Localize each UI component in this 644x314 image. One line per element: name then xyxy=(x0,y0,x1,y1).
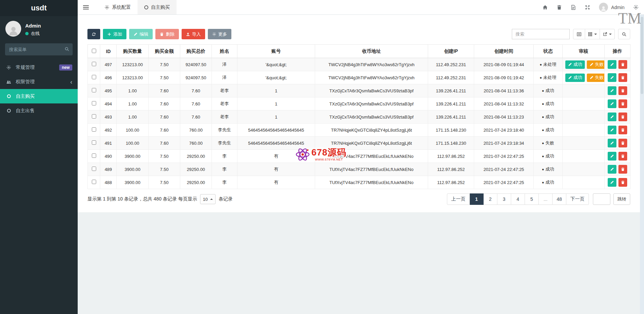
sidebar-item-general[interactable]: 常规管理 new xyxy=(0,60,78,75)
gear-icon xyxy=(105,5,109,10)
row-checkbox[interactable] xyxy=(92,153,96,158)
row-checkbox[interactable] xyxy=(92,114,96,119)
row-delete-button[interactable] xyxy=(618,126,627,134)
cell-address: TXzGjCxTA6r3QsmfaBwkCs3VUS9ztaB3pf xyxy=(315,84,428,97)
row-delete-button[interactable] xyxy=(618,178,627,187)
row-delete-button[interactable] xyxy=(618,86,627,95)
cell-select xyxy=(88,163,100,176)
row-edit-button[interactable] xyxy=(608,126,616,134)
cogs-icon[interactable] xyxy=(633,5,639,10)
scrollbar[interactable] xyxy=(640,15,644,314)
row-edit-button[interactable] xyxy=(608,99,616,108)
row-checkbox[interactable] xyxy=(92,75,96,79)
row-edit-button[interactable] xyxy=(608,113,616,121)
sidebar-item-self-sell[interactable]: 自主出售 xyxy=(0,103,78,118)
refresh-button[interactable] xyxy=(87,29,100,39)
page-size-dropdown[interactable]: 10 xyxy=(200,194,216,204)
row-delete-button[interactable] xyxy=(618,165,627,174)
cell-amount: 7.60 xyxy=(149,110,180,124)
trash-icon xyxy=(621,180,625,184)
cell-id: 488 xyxy=(100,176,117,189)
detail-view-button[interactable] xyxy=(573,29,585,39)
add-button[interactable]: 添加 xyxy=(103,29,126,39)
row-checkbox[interactable] xyxy=(92,62,96,66)
row-checkbox[interactable] xyxy=(92,167,96,171)
col-ip: 创建IP xyxy=(428,45,474,58)
row-edit-button[interactable] xyxy=(608,139,616,147)
pencil-icon xyxy=(610,89,614,93)
plus-icon xyxy=(107,32,111,36)
row-checkbox[interactable] xyxy=(92,101,96,105)
page-button-2[interactable]: 2 xyxy=(484,193,497,205)
cell-select xyxy=(88,58,100,71)
delete-button[interactable]: 删除 xyxy=(155,29,179,39)
audit-fail-button[interactable]: 失败 xyxy=(587,60,605,69)
tab-system-config[interactable]: 系统配置 xyxy=(98,0,138,14)
col-ops: 操作 xyxy=(605,45,631,58)
tab-self-purchase[interactable]: 自主购买 xyxy=(138,0,177,14)
audit-success-button[interactable]: 成功 xyxy=(565,74,585,82)
scrollbar-thumb[interactable] xyxy=(641,17,643,94)
sidebar-item-self-purchase[interactable]: 自主购买 xyxy=(0,89,78,103)
next-page-button[interactable]: 下一页 xyxy=(566,193,589,205)
cell-select xyxy=(88,97,100,110)
row-delete-button[interactable] xyxy=(618,113,627,121)
cell-id: 490 xyxy=(100,150,117,163)
pagination: 上一页12345...48下一页 xyxy=(447,193,589,205)
cell-time: 2021-08-09 01:19:44 xyxy=(474,58,534,71)
row-edit-button[interactable] xyxy=(608,165,616,174)
cell-time: 2021-08-04 11:13:23 xyxy=(474,110,534,124)
row-checkbox[interactable] xyxy=(92,180,96,184)
col-qty: 购买数量 xyxy=(117,45,149,58)
col-time: 创建时间 xyxy=(474,45,534,58)
cell-status: ●未处理 xyxy=(534,71,563,84)
row-edit-button[interactable] xyxy=(608,73,616,82)
row-edit-button[interactable] xyxy=(608,152,616,161)
row-delete-button[interactable] xyxy=(618,60,627,69)
row-edit-button[interactable] xyxy=(608,86,616,95)
row-edit-button[interactable] xyxy=(608,60,616,69)
trash-icon xyxy=(621,141,625,145)
table-search-input[interactable] xyxy=(512,29,570,39)
audit-fail-button[interactable]: 失败 xyxy=(587,74,605,82)
page-button-4[interactable]: 4 xyxy=(511,193,525,205)
sidebar-item-permissions[interactable]: 权限管理 ‹ xyxy=(0,75,78,89)
sidebar: usdt Admin 在线 常规管理 new 权限管理 ‹ 自主购买 xyxy=(0,0,78,314)
edit-button[interactable]: 编辑 xyxy=(129,29,153,39)
search-submit-button[interactable] xyxy=(618,29,630,39)
jump-button[interactable]: 跳转 xyxy=(613,193,630,205)
trash-icon[interactable] xyxy=(557,5,562,10)
user-menu[interactable]: Admin xyxy=(599,3,624,12)
select-all-checkbox[interactable] xyxy=(92,49,96,53)
cell-id: 495 xyxy=(100,84,117,97)
cell-select xyxy=(88,71,100,84)
row-delete-button[interactable] xyxy=(618,99,627,108)
menu-search-input[interactable] xyxy=(5,43,73,55)
audit-success-button[interactable]: 成功 xyxy=(565,60,585,69)
export-button[interactable] xyxy=(600,29,615,39)
cell-address: TXzGjCxTA6r3QsmfaBwkCs3VUS9ztaB3pf xyxy=(315,97,428,110)
row-checkbox[interactable] xyxy=(92,127,96,132)
chevron-left-icon: ‹ xyxy=(70,79,72,85)
jump-page-input[interactable] xyxy=(593,193,610,205)
row-delete-button[interactable] xyxy=(618,139,627,147)
table-header-row: ID 购买数量 购买金额 购买总价 姓名 账号 收币地址 创建IP 创建时间 状… xyxy=(88,45,631,58)
row-checkbox[interactable] xyxy=(92,140,96,145)
home-icon[interactable] xyxy=(542,5,548,10)
page-button-3[interactable]: 3 xyxy=(497,193,511,205)
prev-page-button[interactable]: 上一页 xyxy=(447,193,470,205)
page-button-1[interactable]: 1 xyxy=(470,193,484,205)
row-delete-button[interactable] xyxy=(618,73,627,82)
more-button[interactable]: 更多 xyxy=(208,29,231,39)
columns-button[interactable] xyxy=(585,29,600,39)
fullscreen-icon[interactable] xyxy=(585,5,590,10)
row-checkbox[interactable] xyxy=(92,88,96,92)
row-edit-button[interactable] xyxy=(608,178,616,187)
import-button[interactable]: 导入 xyxy=(182,29,205,39)
menu-toggle-icon[interactable] xyxy=(78,0,94,14)
row-delete-button[interactable] xyxy=(618,152,627,161)
translate-icon[interactable] xyxy=(571,5,576,10)
page-button-48[interactable]: 48 xyxy=(553,193,566,205)
cell-amount: 7.60 xyxy=(149,137,180,150)
page-button-5[interactable]: 5 xyxy=(525,193,539,205)
